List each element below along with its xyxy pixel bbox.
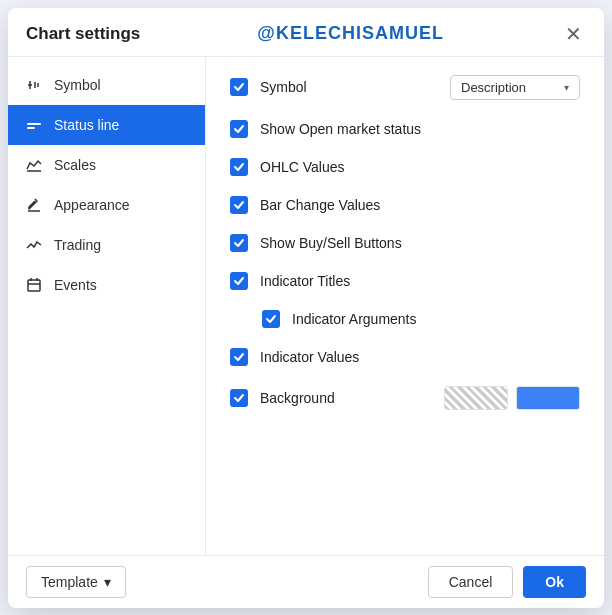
checkbox-indicator-titles[interactable]	[230, 272, 248, 290]
sidebar-label-trading: Trading	[54, 237, 101, 253]
watermark-text: @KELECHISAMUEL	[257, 23, 444, 44]
checkbox-bar-change[interactable]	[230, 196, 248, 214]
sidebar-label-status-line: Status line	[54, 117, 119, 133]
label-buy-sell: Show Buy/Sell Buttons	[260, 235, 580, 251]
color-swatch-blue[interactable]	[516, 386, 580, 410]
svg-rect-8	[28, 280, 40, 291]
scales-icon	[24, 155, 44, 175]
label-show-open-market: Show Open market status	[260, 121, 580, 137]
events-icon	[24, 275, 44, 295]
row-indicator-values: Indicator Values	[230, 348, 580, 366]
sidebar-label-scales: Scales	[54, 157, 96, 173]
color-swatch-pattern[interactable]	[444, 386, 508, 410]
footer-actions: Cancel Ok	[428, 566, 586, 598]
row-indicator-titles: Indicator Titles	[230, 272, 580, 290]
sidebar-item-status-line[interactable]: Status line	[8, 105, 205, 145]
background-color-swatches	[444, 386, 580, 410]
dialog-title: Chart settings	[26, 24, 140, 44]
row-bar-change: Bar Change Values	[230, 196, 580, 214]
sidebar-label-appearance: Appearance	[54, 197, 130, 213]
label-indicator-values: Indicator Values	[260, 349, 580, 365]
ok-button[interactable]: Ok	[523, 566, 586, 598]
main-content: Symbol Description ▾ Show Open market st…	[206, 57, 604, 555]
appearance-icon	[24, 195, 44, 215]
label-bar-change: Bar Change Values	[260, 197, 580, 213]
dropdown-value: Description	[461, 80, 526, 95]
svg-rect-4	[27, 123, 41, 125]
sidebar-item-trading[interactable]: Trading	[8, 225, 205, 265]
row-indicator-arguments: Indicator Arguments	[262, 310, 580, 328]
checkbox-indicator-arguments[interactable]	[262, 310, 280, 328]
dialog-footer: Template ▾ Cancel Ok	[8, 555, 604, 608]
checkbox-background[interactable]	[230, 389, 248, 407]
sidebar-label-symbol: Symbol	[54, 77, 101, 93]
label-symbol: Symbol	[260, 79, 438, 95]
sidebar-item-symbol[interactable]: Symbol	[8, 65, 205, 105]
status-line-icon	[24, 115, 44, 135]
row-symbol: Symbol Description ▾	[230, 75, 580, 100]
sidebar-label-events: Events	[54, 277, 97, 293]
svg-rect-5	[27, 127, 35, 129]
row-ohlc: OHLC Values	[230, 158, 580, 176]
row-background: Background	[230, 386, 580, 410]
sidebar-item-scales[interactable]: Scales	[8, 145, 205, 185]
template-chevron-icon: ▾	[104, 574, 111, 590]
dialog-body: Symbol Status line Sca	[8, 57, 604, 555]
sidebar: Symbol Status line Sca	[8, 57, 206, 555]
template-button[interactable]: Template ▾	[26, 566, 126, 598]
sidebar-item-events[interactable]: Events	[8, 265, 205, 305]
symbol-icon	[24, 75, 44, 95]
cancel-button[interactable]: Cancel	[428, 566, 514, 598]
checkbox-symbol[interactable]	[230, 78, 248, 96]
checkbox-buy-sell[interactable]	[230, 234, 248, 252]
label-background: Background	[260, 390, 432, 406]
chevron-down-icon: ▾	[564, 82, 569, 93]
dialog-header: Chart settings @KELECHISAMUEL ✕	[8, 8, 604, 57]
label-indicator-arguments: Indicator Arguments	[292, 311, 580, 327]
checkbox-indicator-values[interactable]	[230, 348, 248, 366]
template-label: Template	[41, 574, 98, 590]
symbol-dropdown[interactable]: Description ▾	[450, 75, 580, 100]
label-indicator-titles: Indicator Titles	[260, 273, 580, 289]
row-show-open-market: Show Open market status	[230, 120, 580, 138]
sidebar-item-appearance[interactable]: Appearance	[8, 185, 205, 225]
trading-icon	[24, 235, 44, 255]
checkbox-ohlc[interactable]	[230, 158, 248, 176]
chart-settings-dialog: Chart settings @KELECHISAMUEL ✕ Symbol	[8, 8, 604, 608]
checkbox-show-open-market[interactable]	[230, 120, 248, 138]
close-button[interactable]: ✕	[561, 22, 586, 46]
row-buy-sell: Show Buy/Sell Buttons	[230, 234, 580, 252]
label-ohlc: OHLC Values	[260, 159, 580, 175]
